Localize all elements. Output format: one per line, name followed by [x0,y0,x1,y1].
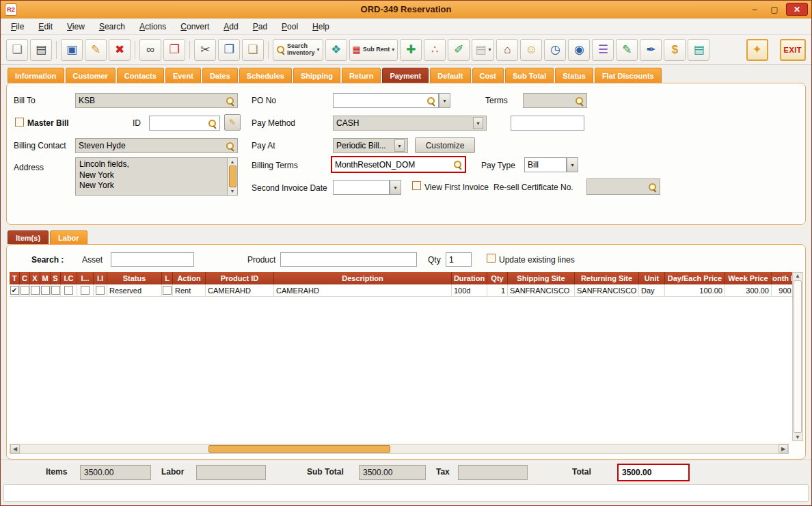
tab-schedules[interactable]: Schedules [239,68,292,83]
tab-information[interactable]: Information [8,68,64,83]
find-button[interactable]: ∞ [139,39,161,61]
delete-button[interactable]: ✖ [109,39,131,61]
terms-field[interactable] [523,93,587,108]
column-header-unit[interactable]: Unit [639,272,665,284]
maximize-button[interactable]: ▢ [766,3,783,16]
menu-file[interactable]: File [11,22,24,31]
chevron-down-icon[interactable]: ▾ [488,47,491,53]
bill-to-field[interactable]: KSB [75,93,238,108]
new-button[interactable]: ❏ [6,39,28,61]
resell-certificate-field[interactable] [586,178,660,195]
chevron-down-icon[interactable]: ▾ [317,47,320,53]
address-scrollbar[interactable]: ▲ ▼ [227,158,237,195]
paste-button[interactable]: ❑ [242,39,264,61]
close-button[interactable]: ✕ [786,3,808,16]
search-icon[interactable] [453,160,462,169]
asset-input[interactable] [111,252,194,267]
po-no-field[interactable] [333,93,439,108]
pay-method-combo[interactable]: CASH▾ [333,116,487,131]
search-icon[interactable] [208,119,217,128]
pay-at-combo[interactable]: Periodic Bill...▾ [333,138,408,153]
tab-return[interactable]: Return [342,68,381,83]
menu-edit[interactable]: Edit [38,22,53,31]
row-m-checkbox[interactable] [41,286,50,295]
master-key-button[interactable]: ✦ [746,39,768,61]
column-header-s[interactable]: S [51,272,61,284]
tab-event[interactable]: Event [165,68,201,83]
second-invoice-date-dropdown[interactable]: ▾ [390,180,401,195]
row-l-checkbox[interactable] [163,286,172,295]
id-edit-button[interactable]: ✎ [224,114,241,131]
menu-view[interactable]: View [67,22,85,31]
find-in-page-button[interactable]: ❐ [163,39,185,61]
media-button[interactable]: ◉ [568,39,590,61]
row-x-checkbox[interactable] [31,286,40,295]
scroll-up-icon[interactable]: ▲ [230,159,235,165]
address-field[interactable]: Lincoln fields, New York New York ▲ ▼ [75,157,238,196]
column-header-shipping-site[interactable]: Shipping Site [508,272,575,284]
column-header-week-price[interactable]: Week Price [725,272,772,284]
row-ic-checkbox[interactable] [64,286,73,295]
column-header-month-price[interactable]: Month Price [772,272,793,284]
tab-sub-total[interactable]: Sub Total [505,68,554,83]
invoice-button[interactable]: ⌂ [496,39,518,61]
save-button[interactable]: ▣ [61,39,83,61]
id-field[interactable] [149,116,220,131]
scrollbar-thumb[interactable] [208,445,390,453]
exit-button[interactable]: EXIT [780,39,806,61]
batch-print-button[interactable]: ▤▾ [472,39,494,61]
menu-help[interactable]: Help [312,22,329,31]
row-c-checkbox[interactable] [21,286,29,295]
menu-add[interactable]: Add [224,22,238,31]
column-header-duration[interactable]: Duration [452,272,487,284]
menu-pool[interactable]: Pool [282,22,298,31]
tab-dates[interactable]: Dates [202,68,238,83]
edit-button[interactable]: ✎ [85,39,107,61]
row-s-checkbox[interactable] [51,286,60,295]
cut-button[interactable]: ✂ [194,39,216,61]
kit-button[interactable]: ∴ [424,39,446,61]
product-input[interactable] [280,252,417,267]
catalog-button[interactable]: ☰ [592,39,614,61]
tab-payment[interactable]: Payment [382,68,429,83]
view-first-invoice-checkbox[interactable] [412,181,421,190]
search-icon[interactable] [648,183,657,191]
row-ii-checkbox[interactable] [96,286,105,295]
search-icon[interactable] [427,96,435,105]
column-header-i[interactable]: I... [77,272,94,284]
minimize-button[interactable]: – [746,3,763,16]
contact-button[interactable]: ☺ [520,39,542,61]
search-icon[interactable] [226,96,234,105]
copy-button[interactable]: ❐ [218,39,240,61]
menu-pad[interactable]: Pad [253,22,267,31]
chevron-down-icon[interactable]: ▾ [392,47,394,53]
print-button[interactable]: ▤ [30,39,52,61]
scroll-up-icon[interactable]: ▲ [795,273,800,279]
sub-rent-button[interactable]: ▦ Sub Rent ▾ [349,39,398,61]
pay-method-extra-field[interactable] [511,116,584,131]
column-header-day-each-price[interactable]: Day/Each Price [665,272,725,284]
search-icon[interactable] [575,96,584,105]
chevron-down-icon[interactable]: ▾ [394,139,405,152]
row-t-checkbox[interactable]: ✔ [10,286,19,295]
schedule-button[interactable]: ◷ [544,39,566,61]
notes-button[interactable]: ✐ [448,39,470,61]
database-button[interactable]: ▤ [688,39,709,61]
tab-items[interactable]: Item(s) [8,230,49,244]
column-header-m[interactable]: M [40,272,51,284]
tab-status[interactable]: Status [555,68,593,83]
tab-customer[interactable]: Customer [66,68,116,83]
scrollbar-thumb[interactable] [794,280,802,433]
payment-button[interactable]: $ [664,39,686,61]
scrollbar-thumb[interactable] [229,165,236,187]
tab-labor[interactable]: Labor [50,230,87,244]
table-row[interactable]: ✔ Reserved Rent CAMERAHD CAMERAHD 100d 1… [10,284,793,297]
billing-contact-field[interactable]: Steven Hyde [75,138,238,153]
add-line-button[interactable]: ✚ [400,39,422,61]
scroll-right-icon[interactable]: ▶ [779,444,788,453]
scroll-left-icon[interactable]: ◀ [10,444,20,453]
scroll-down-icon[interactable]: ▼ [795,434,800,440]
column-header-action[interactable]: Action [173,272,206,284]
column-header-status[interactable]: Status [107,272,162,284]
column-header-x[interactable]: X [30,272,40,284]
